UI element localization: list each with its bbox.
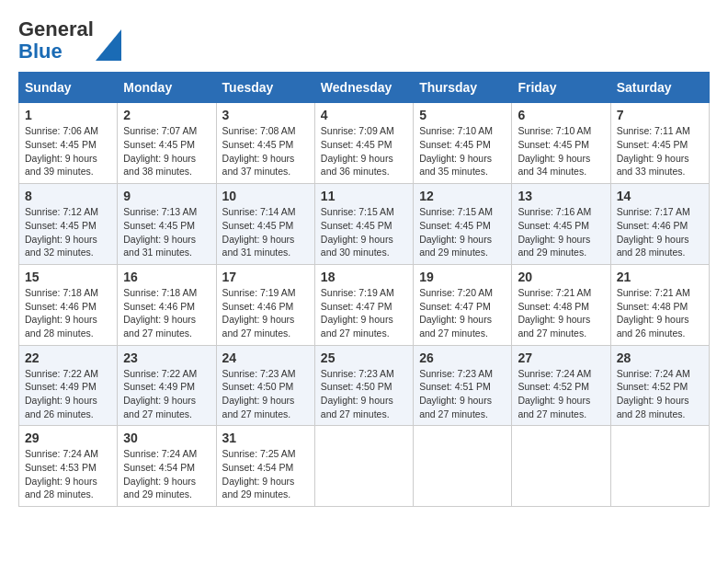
calendar-cell: 1 Sunrise: 7:06 AM Sunset: 4:45 PM Dayli…: [19, 103, 118, 184]
calendar-cell: 7 Sunrise: 7:11 AM Sunset: 4:45 PM Dayli…: [610, 103, 709, 184]
calendar-cell: 27 Sunrise: 7:24 AM Sunset: 4:52 PM Dayl…: [512, 345, 610, 426]
calendar-cell: 20 Sunrise: 7:21 AM Sunset: 4:48 PM Dayl…: [512, 264, 610, 345]
day-number: 27: [518, 350, 604, 365]
day-detail: Sunrise: 7:24 AM Sunset: 4:54 PM Dayligh…: [123, 447, 210, 501]
header-area: General Blue: [18, 18, 710, 63]
logo: General Blue: [18, 18, 121, 63]
day-detail: Sunrise: 7:25 AM Sunset: 4:54 PM Dayligh…: [222, 447, 309, 501]
day-number: 2: [123, 108, 210, 122]
calendar-cell: [314, 426, 413, 507]
calendar-cell: 15 Sunrise: 7:18 AM Sunset: 4:46 PM Dayl…: [19, 264, 118, 345]
calendar-cell: 6 Sunrise: 7:10 AM Sunset: 4:45 PM Dayli…: [512, 103, 610, 184]
calendar-cell: 23 Sunrise: 7:22 AM Sunset: 4:49 PM Dayl…: [118, 345, 216, 426]
day-detail: Sunrise: 7:24 AM Sunset: 4:52 PM Dayligh…: [617, 367, 703, 421]
calendar-cell: 18 Sunrise: 7:19 AM Sunset: 4:47 PM Dayl…: [314, 264, 413, 345]
day-number: 25: [321, 350, 407, 365]
day-detail: Sunrise: 7:08 AM Sunset: 4:45 PM Dayligh…: [222, 124, 309, 178]
day-detail: Sunrise: 7:24 AM Sunset: 4:53 PM Dayligh…: [25, 447, 111, 501]
day-header-wednesday: Wednesday: [314, 73, 413, 103]
logo-blue: Blue: [18, 40, 63, 63]
day-number: 1: [25, 108, 111, 122]
day-detail: Sunrise: 7:22 AM Sunset: 4:49 PM Dayligh…: [25, 367, 111, 421]
calendar-cell: 10 Sunrise: 7:14 AM Sunset: 4:45 PM Dayl…: [216, 184, 314, 265]
day-detail: Sunrise: 7:23 AM Sunset: 4:51 PM Dayligh…: [419, 367, 506, 421]
day-detail: Sunrise: 7:19 AM Sunset: 4:47 PM Dayligh…: [321, 286, 407, 340]
calendar-table: SundayMondayTuesdayWednesdayThursdayFrid…: [18, 72, 710, 507]
calendar-cell: 13 Sunrise: 7:16 AM Sunset: 4:45 PM Dayl…: [512, 184, 610, 265]
calendar-cell: 16 Sunrise: 7:18 AM Sunset: 4:46 PM Dayl…: [118, 264, 216, 345]
day-number: 29: [25, 431, 111, 445]
day-detail: Sunrise: 7:06 AM Sunset: 4:45 PM Dayligh…: [25, 124, 111, 178]
calendar-cell: 9 Sunrise: 7:13 AM Sunset: 4:45 PM Dayli…: [118, 184, 216, 265]
day-detail: Sunrise: 7:21 AM Sunset: 4:48 PM Dayligh…: [617, 286, 703, 340]
day-number: 20: [518, 270, 604, 284]
calendar-cell: 29 Sunrise: 7:24 AM Sunset: 4:53 PM Dayl…: [19, 426, 118, 507]
calendar-cell: 2 Sunrise: 7:07 AM Sunset: 4:45 PM Dayli…: [118, 103, 216, 184]
day-number: 19: [419, 270, 506, 284]
calendar-cell: [414, 426, 512, 507]
day-number: 26: [419, 350, 506, 365]
day-number: 18: [321, 270, 407, 284]
day-number: 14: [617, 189, 703, 203]
day-detail: Sunrise: 7:23 AM Sunset: 4:50 PM Dayligh…: [321, 367, 407, 421]
day-detail: Sunrise: 7:16 AM Sunset: 4:45 PM Dayligh…: [518, 205, 604, 259]
calendar-cell: 28 Sunrise: 7:24 AM Sunset: 4:52 PM Dayl…: [610, 345, 709, 426]
day-detail: Sunrise: 7:15 AM Sunset: 4:45 PM Dayligh…: [419, 205, 506, 259]
calendar-week-5: 29 Sunrise: 7:24 AM Sunset: 4:53 PM Dayl…: [19, 426, 710, 507]
day-detail: Sunrise: 7:13 AM Sunset: 4:45 PM Dayligh…: [123, 205, 210, 259]
day-header-friday: Friday: [512, 73, 610, 103]
day-detail: Sunrise: 7:21 AM Sunset: 4:48 PM Dayligh…: [518, 286, 604, 340]
day-detail: Sunrise: 7:09 AM Sunset: 4:45 PM Dayligh…: [321, 124, 407, 178]
day-detail: Sunrise: 7:12 AM Sunset: 4:45 PM Dayligh…: [25, 205, 111, 259]
day-detail: Sunrise: 7:10 AM Sunset: 4:45 PM Dayligh…: [518, 124, 604, 178]
day-detail: Sunrise: 7:07 AM Sunset: 4:45 PM Dayligh…: [123, 124, 210, 178]
calendar-cell: 4 Sunrise: 7:09 AM Sunset: 4:45 PM Dayli…: [314, 103, 413, 184]
day-number: 6: [518, 108, 604, 122]
day-number: 23: [123, 350, 210, 365]
calendar-cell: 30 Sunrise: 7:24 AM Sunset: 4:54 PM Dayl…: [118, 426, 216, 507]
day-number: 31: [222, 431, 309, 445]
calendar-cell: 5 Sunrise: 7:10 AM Sunset: 4:45 PM Dayli…: [414, 103, 512, 184]
calendar-cell: 22 Sunrise: 7:22 AM Sunset: 4:49 PM Dayl…: [19, 345, 118, 426]
day-detail: Sunrise: 7:11 AM Sunset: 4:45 PM Dayligh…: [617, 124, 703, 178]
logo-icon: [96, 29, 121, 61]
day-detail: Sunrise: 7:18 AM Sunset: 4:46 PM Dayligh…: [25, 286, 111, 340]
calendar-week-1: 1 Sunrise: 7:06 AM Sunset: 4:45 PM Dayli…: [19, 103, 710, 184]
logo-text: General Blue: [18, 18, 94, 63]
calendar-cell: 3 Sunrise: 7:08 AM Sunset: 4:45 PM Dayli…: [216, 103, 314, 184]
calendar-cell: [512, 426, 610, 507]
day-number: 9: [123, 189, 210, 203]
svg-marker-0: [96, 29, 121, 61]
calendar-cell: 17 Sunrise: 7:19 AM Sunset: 4:46 PM Dayl…: [216, 264, 314, 345]
day-number: 21: [617, 270, 703, 284]
day-number: 13: [518, 189, 604, 203]
calendar-cell: 26 Sunrise: 7:23 AM Sunset: 4:51 PM Dayl…: [414, 345, 512, 426]
day-number: 24: [222, 350, 309, 365]
day-header-saturday: Saturday: [610, 73, 709, 103]
day-number: 28: [617, 350, 703, 365]
day-detail: Sunrise: 7:17 AM Sunset: 4:46 PM Dayligh…: [617, 205, 703, 259]
day-number: 16: [123, 270, 210, 284]
calendar-week-2: 8 Sunrise: 7:12 AM Sunset: 4:45 PM Dayli…: [19, 184, 710, 265]
day-detail: Sunrise: 7:10 AM Sunset: 4:45 PM Dayligh…: [419, 124, 506, 178]
calendar-cell: [610, 426, 709, 507]
day-number: 11: [321, 189, 407, 203]
calendar-week-4: 22 Sunrise: 7:22 AM Sunset: 4:49 PM Dayl…: [19, 345, 710, 426]
day-detail: Sunrise: 7:24 AM Sunset: 4:52 PM Dayligh…: [518, 367, 604, 421]
day-number: 30: [123, 431, 210, 445]
day-number: 12: [419, 189, 506, 203]
calendar-cell: 12 Sunrise: 7:15 AM Sunset: 4:45 PM Dayl…: [414, 184, 512, 265]
calendar-cell: 14 Sunrise: 7:17 AM Sunset: 4:46 PM Dayl…: [610, 184, 709, 265]
day-header-sunday: Sunday: [19, 73, 118, 103]
calendar-week-3: 15 Sunrise: 7:18 AM Sunset: 4:46 PM Dayl…: [19, 264, 710, 345]
day-detail: Sunrise: 7:22 AM Sunset: 4:49 PM Dayligh…: [123, 367, 210, 421]
calendar-cell: 19 Sunrise: 7:20 AM Sunset: 4:47 PM Dayl…: [414, 264, 512, 345]
day-detail: Sunrise: 7:20 AM Sunset: 4:47 PM Dayligh…: [419, 286, 506, 340]
day-detail: Sunrise: 7:14 AM Sunset: 4:45 PM Dayligh…: [222, 205, 309, 259]
day-detail: Sunrise: 7:15 AM Sunset: 4:45 PM Dayligh…: [321, 205, 407, 259]
day-number: 22: [25, 350, 111, 365]
day-number: 5: [419, 108, 506, 122]
calendar-cell: 21 Sunrise: 7:21 AM Sunset: 4:48 PM Dayl…: [610, 264, 709, 345]
day-number: 8: [25, 189, 111, 203]
calendar-cell: 8 Sunrise: 7:12 AM Sunset: 4:45 PM Dayli…: [19, 184, 118, 265]
